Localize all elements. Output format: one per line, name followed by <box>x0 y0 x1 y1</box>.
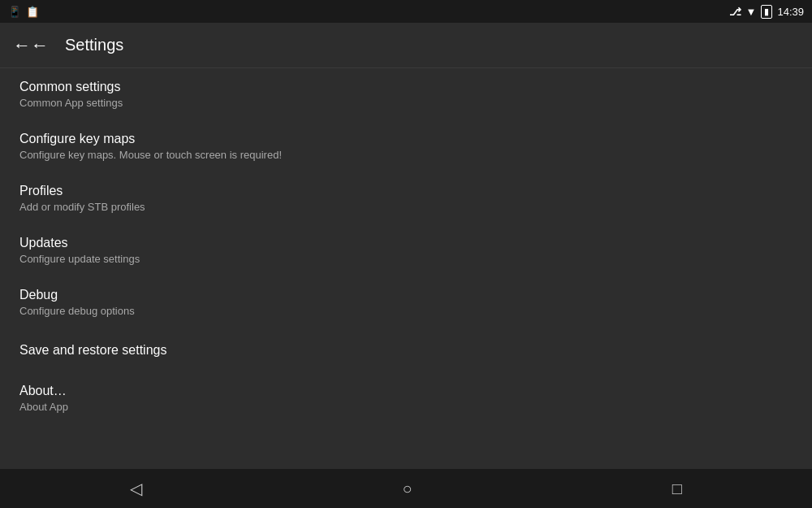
settings-item-updates[interactable]: UpdatesConfigure update settings <box>0 224 812 276</box>
wifi-icon: ▼ <box>746 6 757 18</box>
back-button[interactable]: ← <box>13 37 49 54</box>
settings-item-title-profiles: Profiles <box>19 184 793 198</box>
bluetooth-icon: ⎇ <box>729 6 741 18</box>
app-icon-2: 📋 <box>26 6 39 18</box>
page-title: Settings <box>65 36 123 54</box>
nav-home-button[interactable] <box>402 480 412 498</box>
app-icon-1: 📱 <box>8 6 21 18</box>
settings-item-title-configure-key-maps: Configure key maps <box>19 132 793 146</box>
status-bar-right: ⎇ ▼ ▮ 14:39 <box>729 5 804 19</box>
time-display: 14:39 <box>777 6 804 18</box>
settings-item-save-restore[interactable]: Save and restore settings <box>0 328 812 372</box>
status-bar-left: 📱 📋 <box>8 6 39 18</box>
settings-item-subtitle-debug: Configure debug options <box>19 305 793 317</box>
nav-bar <box>0 469 812 508</box>
nav-back-button[interactable] <box>130 479 142 498</box>
settings-list: Common settingsCommon App settingsConfig… <box>0 68 812 424</box>
settings-item-title-about: About… <box>19 384 793 398</box>
settings-item-about[interactable]: About…About App <box>0 372 812 424</box>
nav-recent-button[interactable] <box>672 480 682 498</box>
settings-item-subtitle-updates: Configure update settings <box>19 253 793 265</box>
settings-item-subtitle-about: About App <box>19 401 793 413</box>
status-bar: 📱 📋 ⎇ ▼ ▮ 14:39 <box>0 0 812 23</box>
settings-item-subtitle-configure-key-maps: Configure key maps. Mouse or touch scree… <box>19 149 793 161</box>
settings-item-profiles[interactable]: ProfilesAdd or modify STB profiles <box>0 172 812 224</box>
settings-item-title-updates: Updates <box>19 236 793 250</box>
settings-item-subtitle-common-settings: Common App settings <box>19 97 793 109</box>
settings-item-debug[interactable]: DebugConfigure debug options <box>0 276 812 328</box>
toolbar: ← Settings <box>0 23 812 68</box>
battery-icon: ▮ <box>761 5 772 19</box>
settings-item-title-save-restore: Save and restore settings <box>19 343 793 358</box>
settings-item-title-common-settings: Common settings <box>19 80 793 94</box>
settings-item-subtitle-profiles: Add or modify STB profiles <box>19 201 793 213</box>
settings-item-title-debug: Debug <box>19 288 793 302</box>
settings-item-configure-key-maps[interactable]: Configure key mapsConfigure key maps. Mo… <box>0 120 812 172</box>
settings-item-common-settings[interactable]: Common settingsCommon App settings <box>0 68 812 120</box>
